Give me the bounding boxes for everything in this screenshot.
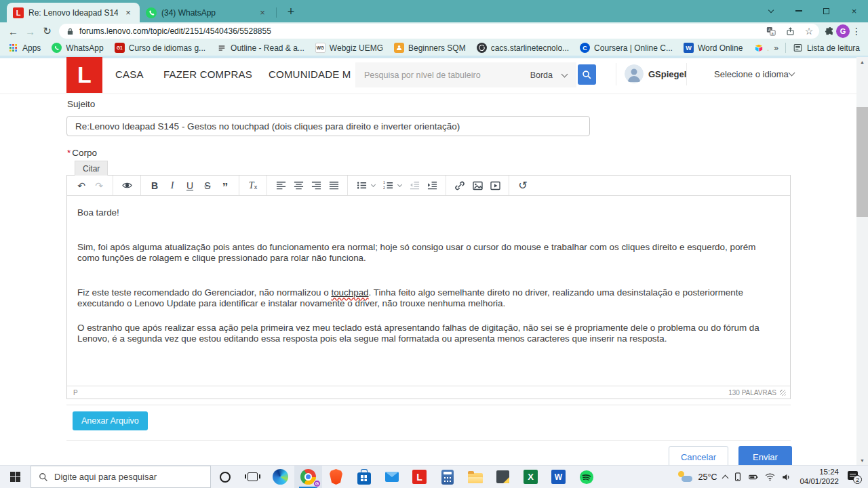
italic-icon[interactable]: I — [163, 177, 181, 195]
scrollbar-thumb[interactable] — [856, 107, 868, 217]
file-explorer-app[interactable] — [461, 466, 489, 488]
volume-icon[interactable] — [781, 472, 791, 482]
align-center-icon[interactable] — [290, 177, 307, 195]
taskbar-search[interactable]: Digite aqui para pesquisar — [31, 466, 211, 488]
bookmark-curso-idiomas[interactable]: G1 Curso de idiomas g... — [115, 43, 205, 53]
tab-whatsapp[interactable]: (34) WhatsApp × — [140, 3, 274, 22]
bookmark-webgiz[interactable]: WG Webgiz UEMG — [315, 43, 383, 53]
reload-icon[interactable]: ↻ — [39, 24, 56, 39]
close-tab-icon[interactable]: × — [257, 7, 268, 18]
taskbar-clock[interactable]: 15:24 04/01/2022 — [797, 468, 839, 486]
language-selector[interactable]: Selecione o idioma — [714, 69, 789, 79]
reading-list-button[interactable]: Lista de leitura — [793, 43, 860, 53]
align-right-icon[interactable] — [307, 177, 325, 195]
back-icon[interactable]: ← — [5, 24, 22, 39]
bookmarks-overflow-chevron[interactable]: » — [774, 43, 778, 53]
bookmark-whatsapp[interactable]: WhatsApp — [52, 43, 103, 53]
lenovo-logo[interactable]: L — [66, 57, 102, 93]
translate-icon[interactable]: Aa — [764, 24, 778, 38]
justify-icon[interactable] — [325, 177, 342, 195]
chevron-down-icon[interactable] — [371, 182, 376, 187]
align-left-icon[interactable] — [272, 177, 290, 195]
forward-icon[interactable]: → — [22, 24, 39, 39]
share-icon[interactable] — [783, 24, 797, 38]
start-button[interactable] — [0, 466, 31, 488]
bookmark-airtable[interactable]: Airtable — [753, 43, 768, 53]
username[interactable]: GSpiegel — [648, 69, 686, 79]
bookmark-star-icon[interactable]: ☆ — [802, 24, 816, 38]
video-icon[interactable] — [486, 177, 504, 195]
resize-grip-icon[interactable] — [780, 390, 786, 396]
search-scope-select[interactable]: Borda — [530, 70, 576, 80]
undo-icon[interactable]: ↶ — [73, 177, 90, 195]
scroll-down-icon[interactable]: ▼ — [856, 455, 868, 465]
tray-expand-icon[interactable] — [722, 474, 729, 481]
bookmark-beginners-sqm[interactable]: Beginners SQM — [394, 43, 466, 53]
close-tab-icon[interactable]: × — [123, 7, 134, 18]
scroll-up-icon[interactable]: ▲ — [856, 57, 868, 66]
address-bar[interactable]: forums.lenovo.com/topic/edit/2151/454043… — [59, 24, 819, 39]
image-icon[interactable] — [469, 177, 486, 195]
close-window-icon[interactable]: × — [840, 0, 868, 22]
action-center-icon[interactable]: 2 — [848, 471, 858, 480]
cortana-button[interactable] — [211, 466, 239, 488]
page-scrollbar[interactable]: ▲ ▼ — [856, 57, 868, 465]
preview-eye-icon[interactable] — [118, 177, 136, 195]
clear-formatting-icon[interactable]: Tx — [244, 177, 262, 195]
bold-icon[interactable]: B — [146, 177, 163, 195]
history-icon[interactable]: ↺ — [514, 177, 532, 195]
wifi-icon[interactable] — [765, 472, 775, 481]
lenovo-vantage-app[interactable]: L — [406, 466, 433, 488]
tab-lenovo-forum[interactable]: L Re: Lenovo Ideapad S145 - Gesto × — [7, 3, 140, 22]
bookmark-word-online[interactable]: W Word Online — [684, 43, 743, 53]
restore-icon[interactable] — [812, 0, 840, 22]
link-icon[interactable] — [451, 177, 469, 195]
nav-casa[interactable]: CASA — [115, 68, 144, 80]
bookmark-cacs-starline[interactable]: cacs.starlinetecnolo... — [477, 43, 569, 53]
battery-icon[interactable] — [748, 472, 759, 482]
microsoft-store-app[interactable] — [350, 466, 378, 488]
mail-app[interactable] — [378, 466, 406, 488]
bullet-list-icon[interactable] — [353, 177, 370, 195]
minimize-icon[interactable] — [785, 0, 812, 22]
outdent-icon[interactable] — [406, 177, 423, 195]
site-search-input[interactable] — [355, 70, 530, 80]
profile-avatar[interactable]: G — [836, 24, 850, 38]
numbered-list-icon[interactable]: 12 — [379, 177, 397, 195]
temperature[interactable]: 25°C — [698, 472, 717, 482]
bookmark-coursera[interactable]: C Coursera | Online C... — [580, 43, 673, 53]
user-avatar[interactable] — [625, 64, 644, 83]
excel-app[interactable]: X — [517, 466, 545, 488]
chevron-down-icon[interactable] — [397, 182, 402, 187]
cancel-button[interactable]: Cancelar — [669, 446, 728, 465]
task-view-button[interactable] — [239, 466, 267, 488]
sticky-notes-app[interactable] — [489, 466, 517, 488]
attach-file-button[interactable]: Anexar Arquivo — [73, 411, 148, 430]
weather-icon[interactable] — [677, 471, 692, 483]
browser-menu-icon[interactable]: ⋮ — [850, 26, 863, 37]
nav-comunidade[interactable]: COMUNIDADE M — [269, 68, 354, 80]
calculator-app[interactable] — [433, 466, 461, 488]
underline-icon[interactable]: U — [181, 177, 199, 195]
editor-content[interactable]: Boa tarde! Sim, foi após alguma atualiza… — [67, 196, 790, 386]
extensions-puzzle-icon[interactable] — [823, 24, 836, 38]
quote-tab[interactable]: Citar — [75, 161, 108, 176]
redo-icon[interactable]: ↷ — [90, 177, 108, 195]
bookmark-outline[interactable]: Outline - Read & a... — [216, 43, 304, 53]
bookmark-apps[interactable]: Apps — [8, 43, 41, 53]
subject-input[interactable] — [66, 116, 590, 136]
spotify-app[interactable] — [572, 466, 600, 488]
phone-link-icon[interactable] — [734, 472, 742, 482]
strikethrough-icon[interactable]: S — [199, 177, 216, 195]
tab-search-chevron-icon[interactable] — [757, 0, 785, 22]
nav-fazer-compras[interactable]: FAZER COMPRAS — [163, 68, 252, 80]
blockquote-icon[interactable]: ” — [216, 177, 234, 195]
new-tab-button[interactable]: + — [282, 3, 300, 20]
word-app[interactable]: W — [545, 466, 572, 488]
indent-icon[interactable] — [423, 177, 441, 195]
submit-button[interactable]: Enviar — [738, 446, 792, 465]
edge-app[interactable] — [267, 466, 294, 488]
brave-app[interactable] — [322, 466, 350, 488]
chrome-app[interactable]: G — [294, 466, 322, 488]
site-search-button[interactable] — [578, 64, 596, 85]
